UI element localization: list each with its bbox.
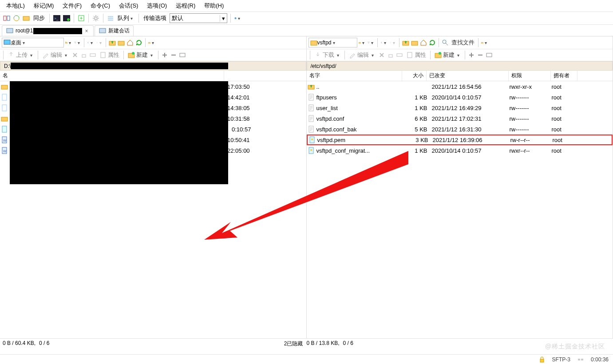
delete-icon[interactable] (71, 51, 79, 59)
menu-item[interactable]: 会话(S) (115, 1, 142, 11)
svg-rect-19 (118, 41, 124, 45)
rename-icon[interactable] (89, 51, 97, 59)
svg-rect-9 (108, 16, 113, 17)
parent-folder-icon[interactable] (108, 39, 116, 47)
sync-label[interactable]: 同步 (32, 14, 46, 22)
sync-browse-icon[interactable] (12, 14, 20, 22)
minus-icon[interactable] (476, 51, 484, 59)
menu-item[interactable]: 标记(M) (30, 1, 58, 11)
terminal-alt-icon[interactable] (63, 14, 71, 22)
file-time: 0:10:57 (232, 126, 251, 133)
file-name: vsftpd.conf (316, 115, 344, 122)
file-row[interactable]: ..2021/1/12 16:54:56rwxr-xr-xroot (307, 81, 613, 92)
upload-action[interactable]: 上传 (6, 51, 36, 59)
svg-rect-29 (2, 105, 7, 111)
forward-icon[interactable] (95, 39, 103, 47)
svg-rect-1 (7, 16, 10, 20)
menu-item[interactable]: 帮助(H) (201, 1, 227, 11)
file-icon (308, 136, 316, 143)
home-icon[interactable] (126, 39, 134, 47)
file-permissions: rw------- (510, 105, 552, 111)
menu-item[interactable]: 命令(C) (87, 1, 114, 11)
refresh-icon[interactable] (428, 39, 436, 47)
parent-folder-icon[interactable] (402, 39, 410, 47)
find-files-label[interactable]: 查找文件 (450, 39, 476, 47)
menu-item[interactable]: 本地(L) (3, 1, 28, 11)
bookmark-icon[interactable] (148, 39, 156, 47)
open-folder-icon[interactable] (65, 39, 73, 47)
minus-icon[interactable] (170, 51, 178, 59)
col-size[interactable]: 大小 (402, 71, 427, 81)
mask-icon[interactable] (485, 51, 493, 59)
session-tab[interactable]: root@1 × (2, 25, 94, 36)
local-header: 名 (0, 71, 306, 81)
back-icon[interactable] (87, 39, 95, 47)
col-permissions[interactable]: 权限 (509, 71, 551, 81)
col-name[interactable]: 名 (0, 71, 224, 81)
find-icon[interactable] (441, 39, 449, 47)
refresh-icon[interactable] (135, 39, 143, 47)
file-row[interactable]: vsftpd_conf_migrat...1 KB2020/10/14 0:10… (307, 145, 613, 156)
file-row[interactable]: vsftpd.conf6 KB2021/1/12 17:02:31rw-----… (307, 113, 613, 124)
local-path: D:\ (0, 61, 306, 71)
file-row[interactable]: ftpusers1 KB2020/10/14 0:10:57rw-------r… (307, 92, 613, 103)
mask-icon[interactable] (178, 51, 186, 59)
plus-icon[interactable] (467, 51, 475, 59)
queue-dropdown[interactable]: 队列 (116, 14, 135, 22)
svg-point-54 (311, 138, 313, 140)
edit-action[interactable]: 编辑 (347, 51, 377, 59)
properties-action[interactable]: 属性 (98, 51, 121, 59)
local-status-size: 0 B / 60.4 KB, (3, 340, 36, 348)
plus-icon[interactable] (161, 51, 169, 59)
remote-file-list[interactable]: ..2021/1/12 16:54:56rwxr-xr-xrootftpuser… (307, 81, 613, 338)
local-actions: 上传 编辑 属性 新建 (0, 49, 306, 61)
open-folder-icon[interactable] (358, 39, 366, 47)
close-tab-icon[interactable]: × (84, 28, 90, 34)
terminal-icon[interactable]: >_ (53, 14, 61, 22)
file-changed: 2021/1/12 17:02:31 (427, 115, 510, 122)
globe-icon[interactable] (234, 14, 242, 22)
folder-sync-icon[interactable] (22, 14, 30, 22)
forward-icon[interactable] (389, 39, 397, 47)
delete-icon[interactable] (378, 51, 386, 59)
local-file-list[interactable]: 17:03:50 14:42:01 14:38:05 10:31:58 40:1… (0, 81, 306, 338)
download-action[interactable]: 下载 (312, 51, 342, 59)
bookmark-icon[interactable] (481, 39, 489, 47)
file-row[interactable]: user_list1 KB2021/1/12 16:49:29rw-------… (307, 103, 613, 113)
filter-icon[interactable] (74, 39, 82, 47)
rename-icon[interactable] (395, 51, 403, 59)
col-name[interactable]: 名字 (307, 71, 402, 81)
col-changed[interactable]: 已改变 (427, 71, 509, 81)
file-row[interactable]: vsftpd.conf_bak5 KB2021/1/12 16:31:30rw-… (307, 124, 613, 135)
lock-icon[interactable] (80, 51, 88, 59)
gear-icon[interactable] (92, 14, 100, 22)
remote-folder-select[interactable]: vsftpd (308, 38, 357, 47)
root-folder-icon[interactable] (117, 39, 125, 47)
transfer-preset-value: 默认 (172, 14, 183, 22)
properties-action[interactable]: 属性 (404, 51, 428, 59)
local-folder-select[interactable]: 桌面 (2, 38, 64, 47)
svg-rect-37 (359, 42, 360, 44)
lock-icon[interactable] (387, 51, 395, 59)
desktop-icon (4, 40, 11, 46)
filter-icon[interactable] (367, 39, 375, 47)
col-owner[interactable]: 拥有者 (551, 71, 577, 81)
file-name: user_list (316, 105, 338, 111)
home-icon[interactable] (419, 39, 427, 47)
protocol-label: SFTP-3 (552, 356, 570, 363)
new-session-tab[interactable]: 新建会话 (95, 25, 134, 36)
new-action[interactable]: 新建 (433, 51, 463, 59)
back-icon[interactable] (380, 39, 388, 47)
menu-item[interactable]: 选项(O) (143, 1, 170, 11)
menu-item[interactable]: 文件(F) (59, 1, 85, 11)
file-row[interactable]: vsftpd.pem3 KB2021/1/12 16:39:06rw-r--r-… (307, 135, 613, 145)
compare-icon[interactable] (3, 14, 11, 22)
queue-icon[interactable] (107, 14, 115, 22)
menu-item[interactable]: 远程(R) (172, 1, 199, 11)
file-icon (308, 94, 315, 101)
transfer-preset-select[interactable]: 默认 ▾ (170, 13, 227, 23)
edit-action[interactable]: 编辑 (40, 51, 70, 59)
root-folder-icon[interactable] (411, 39, 419, 47)
transfer-icon[interactable] (77, 14, 85, 22)
new-action[interactable]: 新建 (126, 51, 156, 59)
